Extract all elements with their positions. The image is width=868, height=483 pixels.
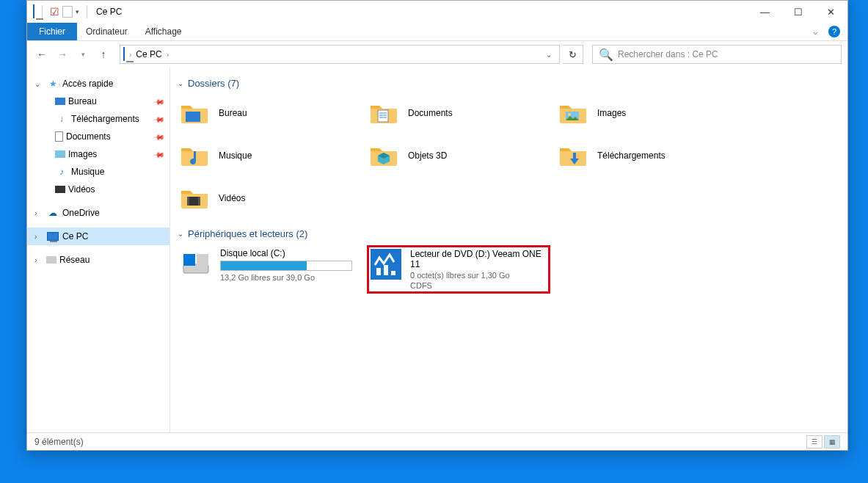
chevron-right-icon[interactable]: › bbox=[34, 209, 43, 217]
content-area: ⌄ ★ Accès rapide Bureau 📌 ↓ Téléchargeme… bbox=[27, 68, 847, 432]
folder-label: Musique bbox=[219, 150, 252, 161]
sidebar-onedrive[interactable]: › ☁ OneDrive bbox=[27, 204, 169, 222]
nav-pane: ⌄ ★ Accès rapide Bureau 📌 ↓ Téléchargeme… bbox=[27, 68, 170, 432]
sidebar-item-documents[interactable]: Documents 📌 bbox=[27, 128, 169, 145]
sidebar-item-music[interactable]: ♪ Musique bbox=[27, 163, 169, 181]
folder-desktop[interactable]: Bureau bbox=[178, 95, 361, 131]
music-icon: ♪ bbox=[55, 167, 68, 177]
chevron-right-icon[interactable]: › bbox=[167, 51, 169, 59]
star-icon: ★ bbox=[46, 79, 59, 89]
sidebar-item-label: Musique bbox=[71, 167, 104, 177]
pc-icon bbox=[46, 232, 59, 241]
breadcrumb-location[interactable]: Ce PC bbox=[136, 49, 161, 59]
address-dropdown-icon[interactable]: ⌄ bbox=[541, 51, 556, 59]
folder-icon bbox=[368, 140, 399, 171]
folder-icon bbox=[368, 98, 399, 128]
svg-rect-0 bbox=[186, 112, 200, 122]
image-icon bbox=[55, 150, 65, 158]
recent-dropdown-icon[interactable]: ▾ bbox=[74, 46, 92, 63]
sidebar-item-label: OneDrive bbox=[62, 208, 100, 218]
chevron-right-icon[interactable]: › bbox=[34, 233, 43, 241]
explorer-window: ☑ ▾ Ce PC — ☐ ✕ Fichier Ordinateur Affic… bbox=[26, 0, 848, 451]
titlebar: ☑ ▾ Ce PC — ☐ ✕ bbox=[27, 1, 847, 23]
sidebar-item-label: Bureau bbox=[68, 96, 97, 106]
maximize-button[interactable]: ☐ bbox=[781, 1, 814, 23]
sidebar-item-videos[interactable]: Vidéos bbox=[27, 181, 169, 198]
view-large-icons-button[interactable]: ▦ bbox=[824, 435, 840, 448]
sidebar-item-label: Images bbox=[68, 149, 97, 159]
drive-dvd-d[interactable]: Lecteur de DVD (D:) Veeam ONE 11 0 octet… bbox=[367, 245, 550, 294]
folder-3d-objects[interactable]: Objets 3D bbox=[367, 137, 550, 174]
view-details-button[interactable]: ☰ bbox=[806, 435, 823, 448]
pin-icon: 📌 bbox=[153, 113, 165, 125]
sidebar-item-downloads[interactable]: ↓ Téléchargements 📌 bbox=[27, 110, 169, 128]
network-icon bbox=[46, 256, 56, 264]
svg-rect-14 bbox=[376, 268, 381, 275]
folder-images[interactable]: Images bbox=[556, 95, 740, 131]
sidebar-quick-access[interactable]: ⌄ ★ Accès rapide bbox=[27, 75, 169, 92]
refresh-button[interactable]: ↻ bbox=[563, 45, 583, 64]
minimize-button[interactable]: — bbox=[748, 1, 781, 23]
folder-music[interactable]: Musique bbox=[178, 137, 361, 174]
status-bar: 9 élément(s) ☰ ▦ bbox=[27, 432, 847, 450]
sidebar-network[interactable]: › Réseau bbox=[27, 251, 169, 269]
group-drives-header[interactable]: ⌄ Périphériques et lecteurs (2) bbox=[178, 228, 840, 239]
svg-rect-11 bbox=[183, 254, 195, 266]
status-item-count: 9 élément(s) bbox=[34, 437, 84, 447]
pin-icon: 📌 bbox=[153, 148, 165, 160]
drive-icon bbox=[180, 248, 211, 279]
chevron-down-icon[interactable]: ⌄ bbox=[178, 230, 183, 238]
svg-point-6 bbox=[568, 113, 571, 116]
address-bar[interactable]: › Ce PC › ⌄ bbox=[120, 45, 560, 64]
folder-label: Images bbox=[597, 108, 626, 118]
search-icon: 🔍 bbox=[599, 48, 613, 62]
folder-documents[interactable]: Documents bbox=[367, 95, 550, 131]
tab-file[interactable]: Fichier bbox=[27, 23, 77, 40]
forward-button[interactable]: → bbox=[54, 46, 71, 63]
chevron-right-icon[interactable]: › bbox=[34, 256, 43, 264]
sidebar-item-label: Accès rapide bbox=[62, 79, 113, 89]
folder-downloads[interactable]: Téléchargements bbox=[556, 137, 740, 174]
ribbon-expand-icon[interactable]: ⌵ bbox=[813, 27, 824, 37]
up-button[interactable]: ↑ bbox=[95, 46, 112, 63]
svg-rect-16 bbox=[391, 271, 395, 275]
svg-rect-12 bbox=[197, 254, 208, 266]
sidebar-item-desktop[interactable]: Bureau 📌 bbox=[27, 92, 169, 110]
help-icon[interactable]: ? bbox=[828, 26, 840, 37]
search-box[interactable]: 🔍 Rechercher dans : Ce PC bbox=[592, 45, 842, 64]
svg-rect-15 bbox=[384, 265, 388, 275]
folder-label: Vidéos bbox=[219, 193, 245, 203]
sidebar-item-images[interactable]: Images 📌 bbox=[27, 145, 169, 163]
drive-usage-bar bbox=[220, 261, 352, 271]
folder-label: Téléchargements bbox=[597, 150, 665, 161]
drive-free-space: 13,2 Go libres sur 39,0 Go bbox=[220, 273, 358, 282]
qat-dropdown-icon[interactable]: ▾ bbox=[76, 8, 79, 15]
svg-rect-8 bbox=[187, 197, 189, 206]
folder-icon bbox=[179, 183, 210, 214]
sidebar-item-label: Ce PC bbox=[62, 231, 88, 242]
qat-checkbox-icon[interactable]: ☑ bbox=[50, 6, 59, 18]
back-button[interactable]: ← bbox=[33, 46, 51, 63]
group-title: Périphériques et lecteurs (2) bbox=[188, 228, 307, 239]
sidebar-item-label: Téléchargements bbox=[71, 114, 139, 124]
chevron-right-icon[interactable]: › bbox=[129, 51, 131, 59]
sidebar-item-label: Vidéos bbox=[68, 184, 95, 195]
sidebar-this-pc[interactable]: › Ce PC bbox=[27, 228, 169, 245]
drives-grid: Disque local (C:) 13,2 Go libres sur 39,… bbox=[178, 245, 840, 294]
window-title: Ce PC bbox=[96, 7, 122, 17]
sidebar-item-label: Réseau bbox=[59, 255, 90, 265]
ribbon-tabs: Fichier Ordinateur Affichage ⌵ ? bbox=[27, 23, 847, 41]
tab-view[interactable]: Affichage bbox=[136, 23, 191, 40]
app-icon bbox=[371, 249, 401, 280]
chevron-down-icon[interactable]: ⌄ bbox=[34, 80, 43, 88]
search-placeholder: Rechercher dans : Ce PC bbox=[618, 49, 718, 59]
folder-videos[interactable]: Vidéos bbox=[178, 180, 361, 217]
qat-doc-icon[interactable] bbox=[62, 6, 73, 18]
chevron-down-icon[interactable]: ⌄ bbox=[178, 79, 183, 87]
close-button[interactable]: ✕ bbox=[814, 1, 847, 23]
system-icon[interactable] bbox=[33, 5, 34, 18]
drive-local-c[interactable]: Disque local (C:) 13,2 Go libres sur 39,… bbox=[178, 245, 361, 294]
group-folders-header[interactable]: ⌄ Dossiers (7) bbox=[178, 78, 840, 89]
tab-computer[interactable]: Ordinateur bbox=[77, 23, 136, 40]
folder-icon bbox=[179, 98, 210, 128]
